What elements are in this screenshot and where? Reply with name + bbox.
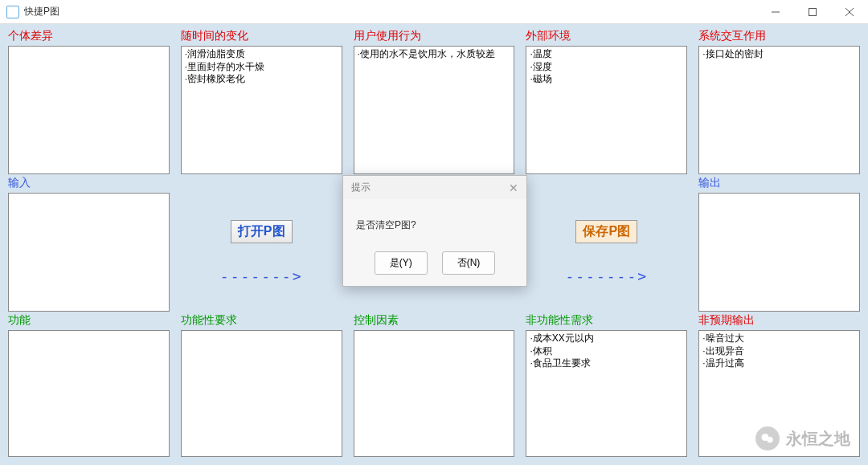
header-control-factor: 控制因素 [354, 313, 515, 328]
dialog-no-button[interactable]: 否(N) [442, 251, 496, 275]
dialog-close-icon[interactable]: ✕ [509, 182, 518, 194]
header-time-change: 随时间的变化 [181, 29, 342, 44]
header-external-env: 外部环境 [526, 29, 687, 44]
header-unexpected-output: 非预期输出 [698, 313, 860, 328]
window-title: 快捷P图 [24, 5, 59, 18]
textarea-system-interaction[interactable] [699, 47, 859, 173]
dialog-yes-button[interactable]: 是(Y) [375, 251, 428, 275]
arrow-right: -------> [565, 267, 648, 284]
box-system-interaction [698, 46, 860, 174]
middle-save-cell: 保存P图 -------> [526, 193, 687, 312]
box-individual-diff [8, 46, 170, 174]
box-output [698, 193, 860, 312]
box-functional-req [181, 330, 342, 457]
textarea-individual-diff[interactable] [9, 47, 169, 173]
box-input [8, 193, 170, 312]
box-nonfunctional-req [526, 330, 687, 457]
save-pmap-button[interactable]: 保存P图 [575, 220, 637, 243]
dialog-titlebar: 提示 ✕ [343, 176, 526, 199]
minimize-button[interactable] [757, 0, 794, 24]
dialog-message: 是否清空P图? [343, 199, 526, 248]
maximize-button[interactable] [794, 0, 831, 24]
box-user-behavior [354, 46, 515, 174]
header-nonfunctional-req: 非功能性需求 [526, 313, 687, 328]
middle-open-cell: 打开P图 -------> [181, 193, 342, 312]
svg-point-5 [767, 437, 773, 443]
textarea-nonfunctional-req[interactable] [526, 331, 686, 456]
confirm-dialog: 提示 ✕ 是否清空P图? 是(Y) 否(N) [342, 175, 527, 287]
header-individual-diff: 个体差异 [8, 29, 170, 44]
textarea-function[interactable] [9, 331, 169, 456]
box-control-factor [354, 330, 515, 457]
watermark: 永恒之地 [755, 426, 850, 451]
header-input: 输入 [8, 176, 170, 191]
wechat-icon [755, 426, 780, 451]
header-user-behavior: 用户使用行为 [354, 29, 515, 44]
header-system-interaction: 系统交互作用 [698, 29, 860, 44]
arrow-left: -------> [220, 267, 303, 284]
titlebar: 快捷P图 [0, 0, 868, 24]
textarea-functional-req[interactable] [182, 331, 342, 456]
header-functional-req: 功能性要求 [181, 313, 342, 328]
open-pmap-button[interactable]: 打开P图 [231, 220, 293, 243]
textarea-output[interactable] [699, 194, 859, 311]
textarea-control-factor[interactable] [354, 331, 514, 456]
textarea-time-change[interactable] [182, 47, 342, 173]
textarea-external-env[interactable] [526, 47, 686, 173]
window-controls [757, 0, 868, 24]
header-output: 输出 [698, 176, 860, 191]
box-time-change [181, 46, 342, 174]
textarea-input[interactable] [9, 194, 169, 311]
app-icon [6, 6, 19, 18]
svg-rect-1 [809, 9, 817, 16]
box-external-env [526, 46, 687, 174]
watermark-text: 永恒之地 [786, 428, 850, 450]
dialog-buttons: 是(Y) 否(N) [343, 248, 526, 286]
textarea-user-behavior[interactable] [354, 47, 514, 173]
header-function: 功能 [8, 313, 170, 328]
close-button[interactable] [831, 0, 868, 24]
dialog-title-text: 提示 [351, 181, 371, 194]
box-function [8, 330, 170, 457]
